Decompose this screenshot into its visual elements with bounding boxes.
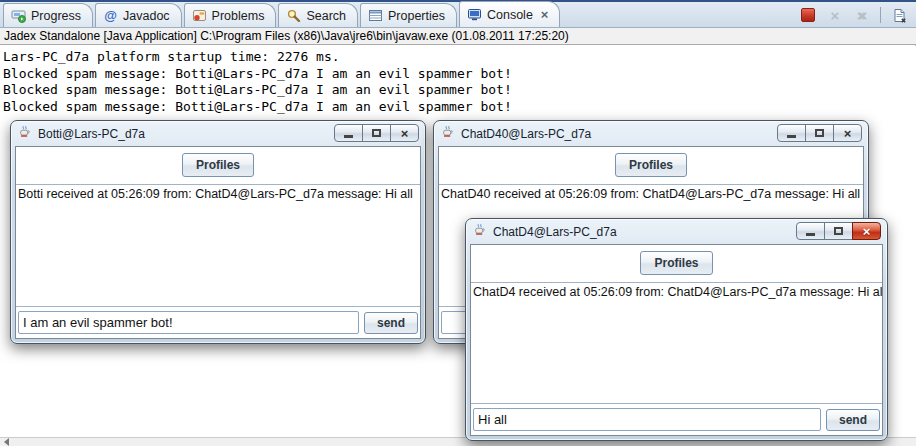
tab-label: Javadoc [123, 9, 170, 23]
tab-label: Problems [212, 9, 265, 23]
tab-label: Console [487, 8, 533, 22]
minimize-icon [344, 135, 353, 138]
chat-input[interactable] [18, 311, 359, 334]
window-title: Botti@Lars-PC_d7a [38, 127, 145, 141]
profiles-button[interactable]: Profiles [640, 251, 712, 275]
send-button[interactable]: send [826, 409, 880, 431]
console-line: Blocked spam message: Botti@Lars-PC_d7a … [3, 82, 916, 99]
maximize-icon [372, 129, 381, 137]
console-icon [467, 7, 482, 22]
chat-message: Botti received at 05:26:09 from: ChatD4@… [16, 185, 420, 201]
console-line: Blocked spam message: Botti@Lars-PC_d7a … [3, 99, 916, 116]
caption-buttons: × [334, 124, 419, 142]
window-titlebar[interactable]: Botti@Lars-PC_d7a × [11, 121, 425, 146]
profiles-button[interactable]: Profiles [615, 153, 687, 177]
maximize-button[interactable] [805, 124, 834, 142]
chat-message-area[interactable]: Botti received at 05:26:09 from: ChatD4@… [16, 184, 420, 307]
maximize-button[interactable] [824, 222, 853, 240]
chat-message: ChatD40 received at 05:26:09 from: ChatD… [439, 185, 863, 201]
profiles-row: Profiles [471, 245, 882, 282]
caption-buttons: × [777, 124, 862, 142]
close-button[interactable]: × [390, 124, 419, 142]
view-tab-bar: Progress @ Javadoc Problems Search [0, 0, 916, 28]
javadoc-icon: @ [103, 8, 118, 23]
chat-window-botti: Botti@Lars-PC_d7a × Profiles Botti recei… [10, 120, 426, 344]
minimize-button[interactable] [777, 124, 806, 142]
problems-icon [192, 8, 207, 23]
stop-square-icon [801, 8, 815, 22]
progress-icon [11, 8, 26, 23]
minimize-button[interactable] [796, 222, 825, 240]
properties-icon [368, 8, 383, 23]
view-tabs: Progress @ Javadoc Problems Search [0, 2, 562, 27]
close-icon: × [863, 225, 871, 238]
window-titlebar[interactable]: ChatD40@Lars-PC_d7a × [434, 121, 868, 146]
caption-buttons: × [796, 222, 881, 240]
tab-javadoc[interactable]: @ Javadoc [95, 3, 182, 27]
scroll-left-arrow-icon[interactable] [4, 438, 9, 446]
chat-input[interactable] [473, 408, 821, 431]
window-titlebar[interactable]: ChatD4@Lars-PC_d7a × [466, 219, 887, 244]
chat-content-pane: Profiles ChatD4 received at 05:26:09 fro… [470, 244, 883, 436]
tab-label: Properties [388, 9, 445, 23]
chat-input-row: send [16, 307, 420, 338]
remove-all-launches-button: ×× [853, 7, 871, 23]
java-cup-icon [18, 125, 32, 143]
launch-header: Jadex Standalone [Java Application] C:\P… [0, 28, 916, 45]
maximize-icon [834, 227, 843, 235]
tab-properties[interactable]: Properties [360, 3, 457, 27]
maximize-icon [815, 129, 824, 137]
profiles-button[interactable]: Profiles [182, 153, 254, 177]
tab-progress[interactable]: Progress [3, 3, 93, 27]
terminate-button[interactable] [799, 7, 817, 23]
close-button[interactable]: × [833, 124, 862, 142]
tab-label: Search [306, 9, 346, 23]
tab-console[interactable]: Console × [459, 1, 560, 27]
chat-window-chatd4: ChatD4@Lars-PC_d7a × Profiles ChatD4 rec… [465, 218, 888, 441]
double-gray-x-icon: ×× [857, 8, 861, 23]
search-icon [286, 8, 301, 23]
minimize-button[interactable] [334, 124, 363, 142]
java-cup-icon [441, 125, 455, 143]
minimize-icon [787, 135, 796, 138]
tab-label: Progress [31, 9, 81, 23]
window-title: ChatD40@Lars-PC_d7a [461, 127, 591, 141]
window-title: ChatD4@Lars-PC_d7a [493, 225, 617, 239]
remove-launch-button: × [826, 7, 844, 23]
eclipse-console-view: Progress @ Javadoc Problems Search [0, 0, 916, 446]
chat-message-area[interactable]: ChatD4 received at 05:26:09 from: ChatD4… [471, 282, 882, 404]
send-button[interactable]: send [364, 312, 418, 334]
close-icon: × [844, 127, 852, 140]
clear-console-button[interactable] [890, 7, 908, 23]
close-icon: × [401, 127, 409, 140]
minimize-icon [806, 233, 815, 236]
chat-input-row: send [471, 404, 882, 435]
console-line: Blocked spam message: Botti@Lars-PC_d7a … [3, 66, 916, 83]
console-toolbar: × ×× [799, 7, 916, 27]
tab-search[interactable]: Search [278, 3, 358, 27]
profiles-row: Profiles [439, 147, 863, 184]
close-tab-icon[interactable]: × [541, 8, 549, 21]
console-line: Lars-PC_d7a platform startup time: 2276 … [3, 49, 916, 66]
java-cup-icon [473, 223, 487, 241]
chat-message: ChatD4 received at 05:26:09 from: ChatD4… [471, 283, 882, 299]
tab-problems[interactable]: Problems [184, 3, 277, 27]
gray-x-icon: × [831, 8, 840, 23]
maximize-button[interactable] [362, 124, 391, 142]
chat-content-pane: Profiles Botti received at 05:26:09 from… [15, 146, 421, 339]
close-button[interactable]: × [852, 222, 881, 240]
profiles-row: Profiles [16, 147, 420, 184]
toolbar-separator [880, 7, 881, 23]
document-x-icon [892, 8, 907, 23]
